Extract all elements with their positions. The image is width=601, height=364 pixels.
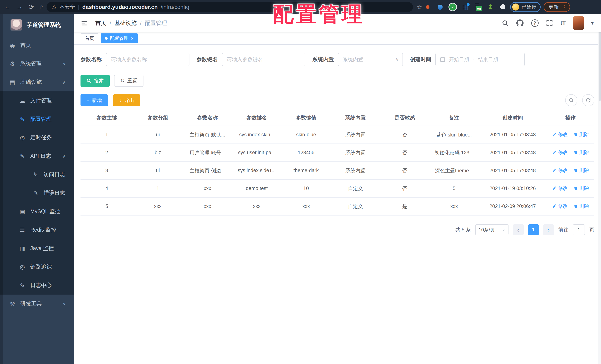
page-content: 参数名称 参数键名 系统内置 系统内置 ∨ <box>74 45 601 364</box>
sidebar-item-system[interactable]: ⚙ 系统管理 ∨ <box>0 54 74 73</box>
sidebar-item-log-center[interactable]: ✎ 日志中心 <box>0 276 74 294</box>
edit-link[interactable]: 修改 <box>552 167 568 174</box>
emoji-avatar <box>512 3 519 10</box>
cell-actions: 修改删除 <box>547 197 594 215</box>
edit-link[interactable]: 修改 <box>552 149 568 156</box>
extension-donut-icon[interactable] <box>424 3 431 11</box>
pencil-icon <box>552 150 557 155</box>
breadcrumb-home[interactable]: 首页 <box>95 19 106 27</box>
navbar-actions: ? tT ▾ <box>502 16 594 30</box>
toggle-search-button[interactable] <box>565 94 577 106</box>
add-button[interactable]: + 新增 <box>80 94 108 106</box>
timer-icon: ◷ <box>19 134 26 141</box>
sidebar-item-label: 首页 <box>20 41 31 49</box>
reload-icon[interactable]: ⟳ <box>29 4 34 10</box>
start-date-placeholder: 开始日期 <box>449 56 469 63</box>
user-menu-caret-icon[interactable]: ▾ <box>591 20 594 26</box>
user-avatar[interactable] <box>573 16 584 30</box>
sidebar-item-api-log[interactable]: ✎ API 日志 ∧ <box>0 147 74 165</box>
param-key-input[interactable] <box>222 53 305 66</box>
delete-link[interactable]: 删除 <box>573 131 589 138</box>
sidebar-item-access-log[interactable]: ✎ 访问日志 <box>0 165 74 184</box>
next-page-button[interactable]: › <box>543 224 554 235</box>
back-icon[interactable]: ← <box>4 4 11 10</box>
browser-menu-icon[interactable]: ⋮ <box>561 4 567 10</box>
sidebar-item-mysql[interactable]: ▣ MySQL 监控 <box>0 202 74 221</box>
sidebar-item-infra[interactable]: ▤ 基础设施 ∧ <box>0 73 74 91</box>
tag-home[interactable]: 首页 <box>81 33 98 43</box>
sidebar-item-trace[interactable]: ◎ 链路追踪 <box>0 258 74 276</box>
param-name-input[interactable] <box>106 53 190 66</box>
browser-update-button[interactable]: 更新 ⋮ <box>544 2 570 12</box>
chevron-down-icon: ∨ <box>63 301 66 306</box>
prev-page-button[interactable]: ‹ <box>513 224 524 235</box>
export-button[interactable]: ↓ 导出 <box>113 94 140 106</box>
filter-form: 参数名称 参数键名 系统内置 系统内置 ∨ <box>80 53 594 66</box>
sidebar-item-job[interactable]: ◷ 定时任务 <box>0 128 74 147</box>
search-icon[interactable] <box>502 20 509 27</box>
goto-page-input[interactable] <box>573 224 585 235</box>
cell-remark: 初始化密码 123... <box>430 144 479 162</box>
sidebar-item-java[interactable]: ▥ Java 监控 <box>0 239 74 258</box>
bookmark-star-icon[interactable]: ☆ <box>416 3 422 11</box>
extension-translate-icon[interactable]: ☰en <box>474 3 482 11</box>
sidebar-item-devtools[interactable]: ⚒ 研发工具 ∨ <box>0 294 74 313</box>
sidebar-item-error-log[interactable]: ✎ 错误日志 <box>0 184 74 202</box>
extension-grid-icon[interactable]: ▦ <box>461 3 469 11</box>
edit-icon: ✎ <box>19 116 26 123</box>
sidebar-item-home[interactable]: ◉ 首页 <box>0 36 74 54</box>
reset-button[interactable]: ↻ 重置 <box>114 75 143 87</box>
collapse-menu-icon[interactable] <box>80 19 88 27</box>
sidebar-item-file[interactable]: ☁ 文件管理 <box>0 91 74 110</box>
table-row: 1 ui 主框架页-默认... sys.index.skin... skin-b… <box>80 126 594 144</box>
cell-sensitive: 否 <box>380 180 429 197</box>
pencil-icon <box>552 168 557 173</box>
github-icon[interactable] <box>516 19 524 27</box>
page-size-value: 10条/页 <box>479 227 495 233</box>
col-name: 参数名称 <box>183 110 232 126</box>
font-size-icon[interactable]: tT <box>560 20 566 26</box>
config-table: 参数主键 参数分组 参数名称 参数键名 参数键值 系统内置 是否敏感 备注 创建… <box>80 110 594 215</box>
delete-link[interactable]: 删除 <box>573 185 589 192</box>
extension-person-icon[interactable] <box>487 3 494 11</box>
cell-group: ui <box>133 126 183 144</box>
cell-name: 主框架页-侧边... <box>183 162 232 180</box>
search-button[interactable]: 搜索 <box>80 75 110 87</box>
insecure-warning-icon: ⚠ <box>52 4 57 10</box>
breadcrumb-infra[interactable]: 基础设施 <box>114 19 137 27</box>
extension-check-icon[interactable]: ✓ <box>449 3 457 11</box>
extensions-puzzle-icon[interactable] <box>499 3 507 11</box>
sidebar-item-label: Java 监控 <box>30 245 54 252</box>
chevron-up-icon: ∧ <box>63 154 66 159</box>
home-icon[interactable]: ⌂ <box>40 4 44 10</box>
security-label: 不安全 <box>60 3 75 10</box>
refresh-table-button[interactable] <box>582 94 594 106</box>
system-type-select[interactable]: 系统内置 ∨ <box>338 53 403 66</box>
sidebar-item-label: MySQL 监控 <box>30 208 60 215</box>
page-size-select[interactable]: 10条/页 ∨ <box>475 224 509 235</box>
close-icon[interactable]: × <box>131 36 134 41</box>
delete-link[interactable]: 删除 <box>573 167 589 174</box>
page-1-button[interactable]: 1 <box>528 224 539 235</box>
cell-group: xxx <box>133 197 183 215</box>
delete-link[interactable]: 删除 <box>573 203 589 209</box>
sidebar-item-label: 定时任务 <box>30 134 52 141</box>
edit-link[interactable]: 修改 <box>552 131 568 138</box>
cell-type: 系统内置 <box>331 162 380 180</box>
forward-icon[interactable]: → <box>16 4 23 10</box>
fullscreen-icon[interactable] <box>546 20 553 27</box>
download-icon: ↓ <box>119 98 122 103</box>
extension-pin-icon[interactable] <box>436 3 444 11</box>
sidebar-item-config[interactable]: ✎ 配置管理 <box>0 110 74 128</box>
help-icon[interactable]: ? <box>531 19 539 27</box>
edit-link[interactable]: 修改 <box>552 203 568 209</box>
edit-link[interactable]: 修改 <box>552 185 568 192</box>
sidebar-item-redis[interactable]: ☰ Redis 监控 <box>0 221 74 239</box>
address-bar[interactable]: ⚠ 不安全 | dashboard.yudao.iocoder.cn /infr… <box>47 2 413 12</box>
search-actions: 搜索 ↻ 重置 <box>80 75 594 87</box>
delete-link[interactable]: 删除 <box>573 149 589 156</box>
date-range-picker[interactable]: 开始日期 - 结束日期 <box>435 53 525 66</box>
chevron-down-icon: ∨ <box>395 57 399 62</box>
paused-badge[interactable]: 已暂停 <box>510 2 541 12</box>
tag-config-active[interactable]: 配置管理 × <box>101 33 138 43</box>
